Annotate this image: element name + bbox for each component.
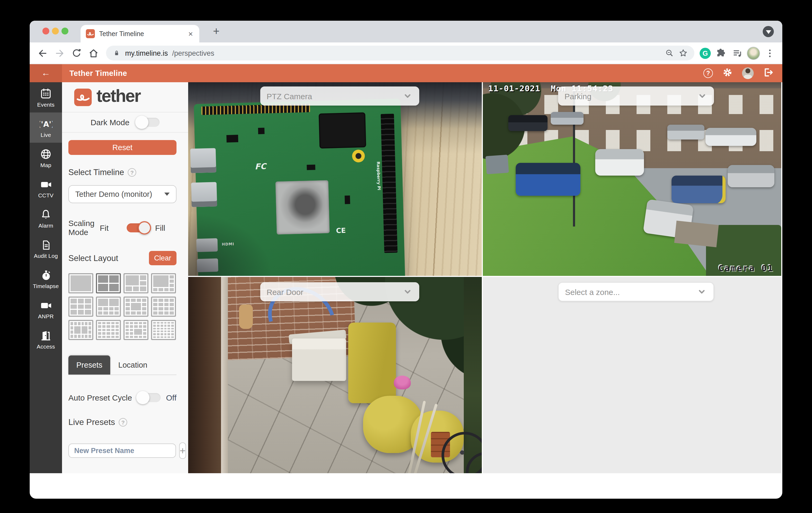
camera-tile-ptz[interactable]: HDMI FC CE Raspberry Pi PTZ Camera: [188, 82, 482, 276]
user-avatar[interactable]: [742, 68, 754, 79]
lens-vignette: [188, 212, 273, 276]
timeline-select[interactable]: Tether Demo (monitor): [68, 185, 176, 203]
camera-select-rear-door[interactable]: Rear Door: [260, 282, 419, 301]
camera-tile-empty[interactable]: Select a zone...: [483, 277, 781, 473]
zone-select[interactable]: Select a zone...: [558, 282, 714, 301]
layout-cell: [116, 322, 119, 324]
layout-cell: [164, 303, 169, 306]
layout-option-9[interactable]: [68, 320, 93, 340]
bookmark-star-icon[interactable]: [678, 48, 688, 58]
scaling-mode-toggle[interactable]: [126, 223, 150, 232]
tab-location[interactable]: Location: [110, 355, 155, 375]
tab-presets[interactable]: Presets: [68, 355, 110, 375]
sidebar-item-timelapse[interactable]: Timelapse: [30, 264, 62, 294]
layout-cell: [171, 336, 174, 338]
browser-profile-avatar[interactable]: [747, 47, 760, 60]
camera-tile-rear-door[interactable]: Rear Door: [188, 277, 482, 473]
layout-option-6[interactable]: [96, 297, 121, 317]
camera-select-value: PTZ Camera: [267, 91, 312, 101]
app-title: Tether Timeline: [69, 69, 127, 77]
layout-cell: [102, 332, 106, 334]
layout-cell: [98, 275, 108, 283]
traffic-close-button[interactable]: [42, 28, 49, 34]
fill-label: Fill: [155, 223, 176, 232]
new-preset-input[interactable]: [68, 443, 176, 458]
layout-cell: [139, 335, 142, 338]
zoom-out-icon[interactable]: [665, 48, 674, 58]
camera-tile-parking[interactable]: 11-01-2021 Mon 11:54:23 Camera 01 Parkin…: [483, 82, 781, 276]
layout-cell: [170, 284, 174, 287]
layout-cell: [143, 332, 146, 334]
app-back-button[interactable]: ←: [30, 64, 62, 82]
sidebar-item-events[interactable]: Events: [30, 82, 62, 112]
auto-preset-toggle[interactable]: [138, 393, 161, 402]
back-button[interactable]: [35, 46, 50, 60]
layout-option-4[interactable]: [151, 273, 176, 293]
sidebar-item-cctv[interactable]: CCTV: [30, 173, 62, 203]
layout-option-12[interactable]: [151, 320, 176, 340]
layout-cell: [104, 307, 108, 310]
door-icon: [40, 329, 52, 342]
new-tab-button[interactable]: +: [209, 24, 224, 39]
sidebar-item-anpr[interactable]: ANPR: [30, 294, 62, 324]
forward-button[interactable]: [52, 46, 67, 60]
sidebar-item-access[interactable]: Access: [30, 324, 62, 354]
layout-option-5[interactable]: [68, 297, 93, 317]
reload-button[interactable]: [69, 46, 84, 60]
live-presets-label: Live Presets: [68, 417, 115, 427]
layout-cell: [160, 322, 163, 324]
sidebar-item-audit-log[interactable]: Audit Log: [30, 234, 62, 264]
layout-cell: [153, 307, 158, 310]
help-icon[interactable]: ?: [703, 69, 713, 78]
layout-cell: [153, 275, 169, 287]
layout-cell: [164, 328, 167, 329]
layout-cell: [126, 312, 130, 315]
tab-close-icon[interactable]: ×: [187, 29, 194, 38]
sidebar-item-live[interactable]: ('A')Live: [30, 112, 62, 143]
layout-option-1[interactable]: [68, 273, 93, 293]
tab-search-button[interactable]: [763, 26, 774, 37]
layout-cell: [126, 275, 139, 286]
traffic-minimize-button[interactable]: [52, 28, 59, 34]
traffic-maximize-button[interactable]: [61, 28, 68, 34]
toggle-knob: [137, 391, 150, 404]
layout-option-3[interactable]: [123, 273, 148, 293]
timeline-help-icon[interactable]: ?: [128, 168, 136, 177]
layout-option-8[interactable]: [151, 297, 176, 317]
layout-cell: [111, 322, 114, 324]
camera-select-parking[interactable]: Parking: [558, 86, 714, 106]
reset-button[interactable]: Reset: [68, 140, 176, 155]
layout-cell: [134, 335, 138, 338]
component-decor: [345, 195, 350, 204]
sidebar-item-label: Live: [40, 131, 51, 138]
url-bar[interactable]: my.timeline.is/perspectives: [106, 46, 694, 60]
dark-mode-label: Dark Mode: [91, 118, 129, 127]
gear-icon[interactable]: [722, 66, 733, 80]
camera-select-ptz[interactable]: PTZ Camera: [260, 86, 419, 106]
layout-option-11[interactable]: [123, 320, 148, 340]
grammarly-extension-icon[interactable]: G: [700, 48, 711, 59]
logout-icon[interactable]: [763, 66, 774, 80]
playlist-extension-icon[interactable]: [730, 46, 745, 60]
tether-logo-icon: [74, 88, 92, 106]
layout-cell: [70, 310, 77, 315]
white-suv: [595, 149, 644, 176]
browser-tab[interactable]: Tether Timeline ×: [81, 25, 199, 43]
live-presets-help-icon[interactable]: ?: [119, 418, 127, 427]
sidebar-item-map[interactable]: Map: [30, 143, 62, 173]
live-icon: ('A'): [39, 117, 52, 130]
layout-cell: [168, 336, 170, 338]
home-button[interactable]: [86, 46, 101, 60]
layout-cell: [74, 326, 80, 334]
extensions-puzzle-icon[interactable]: [713, 46, 728, 60]
layout-cell: [171, 328, 174, 329]
add-preset-button[interactable]: +: [179, 442, 186, 459]
clear-layout-button[interactable]: Clear: [149, 251, 176, 265]
layout-cell: [98, 325, 101, 328]
layout-option-10[interactable]: [96, 320, 121, 340]
browser-menu-kebab-icon[interactable]: [762, 46, 777, 60]
layout-option-7[interactable]: [123, 297, 148, 317]
sidebar-item-alarm[interactable]: Alarm: [30, 203, 62, 234]
dark-mode-toggle[interactable]: [136, 118, 160, 127]
layout-option-2[interactable]: [96, 273, 121, 293]
